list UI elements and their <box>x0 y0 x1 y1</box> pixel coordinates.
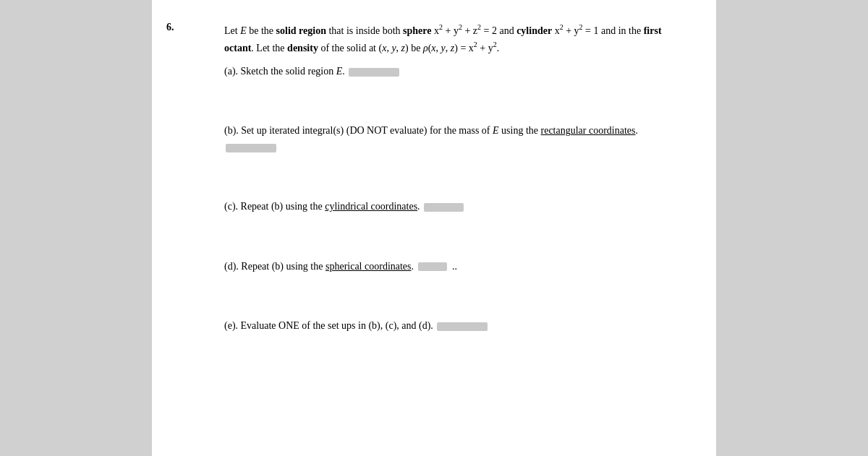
part-d-text: (d). Repeat (b) using the spherical coor… <box>224 261 417 272</box>
part-e-answer-blurred <box>437 322 488 331</box>
part-d-dots: .. <box>452 261 457 272</box>
page-container: 6. Let E be the solid region that is ins… <box>152 0 716 456</box>
problem-statement: Let E be the solid region that is inside… <box>224 22 680 56</box>
part-a-label: (a). Sketch the solid region E. <box>224 66 345 77</box>
problem-number: 6. <box>166 22 174 33</box>
part-e-text: (e). Evaluate ONE of the set ups in (b),… <box>224 320 435 331</box>
statement-text-1: Let E be the solid region that is inside… <box>224 25 662 36</box>
part-a-answer-blurred <box>349 68 399 77</box>
part-b-answer-blurred <box>226 144 276 152</box>
part-d: (d). Repeat (b) using the spherical coor… <box>224 259 680 275</box>
part-b-text: (b). Set up iterated integral(s) (DO NOT… <box>224 125 638 136</box>
statement-text-2: octant. Let the density of the solid at … <box>224 43 499 53</box>
part-c-text: (c). Repeat (b) using the cylindrical co… <box>224 201 422 212</box>
part-a: (a). Sketch the solid region E. <box>224 64 680 79</box>
content-area: Let E be the solid region that is inside… <box>224 22 680 334</box>
part-e: (e). Evaluate ONE of the set ups in (b),… <box>224 318 680 334</box>
part-b: (b). Set up iterated integral(s) (DO NOT… <box>224 123 680 155</box>
part-c-answer-blurred <box>424 203 464 212</box>
part-c: (c). Repeat (b) using the cylindrical co… <box>224 199 680 215</box>
part-d-answer-blurred-1 <box>418 262 447 271</box>
